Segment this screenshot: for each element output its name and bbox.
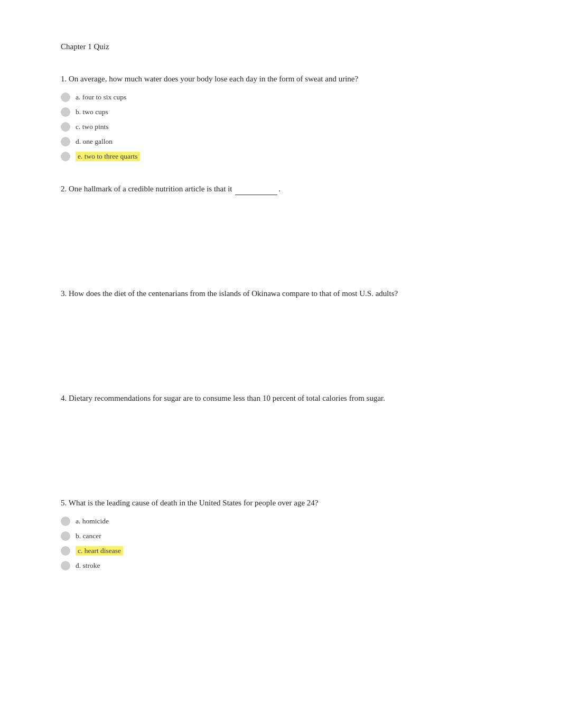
option-1b[interactable]: b. two cups xyxy=(61,107,500,117)
question-2-answer-space xyxy=(61,202,500,266)
radio-5d[interactable] xyxy=(61,561,70,570)
radio-1d[interactable] xyxy=(61,137,70,146)
question-3-text: 3. How does the diet of the centenarians… xyxy=(61,287,500,300)
option-5b[interactable]: b. cancer xyxy=(61,531,500,541)
option-label-1e: e. two to three quarts xyxy=(76,152,140,161)
question-1-text: 1. On average, how much water does your … xyxy=(61,72,500,85)
option-label-5d: d. stroke xyxy=(76,561,100,570)
question-1-options: a. four to six cups b. two cups c. two p… xyxy=(61,93,500,161)
question-4: 4. Dietary recommendations for sugar are… xyxy=(61,392,500,475)
option-5d[interactable]: d. stroke xyxy=(61,561,500,570)
blank-2 xyxy=(235,195,277,195)
question-5-text: 5. What is the leading cause of death in… xyxy=(61,496,500,509)
radio-5b[interactable] xyxy=(61,531,70,541)
option-label-1c: c. two pints xyxy=(76,123,109,131)
question-2-text: 2. One hallmark of a credible nutrition … xyxy=(61,182,500,195)
question-4-text: 4. Dietary recommendations for sugar are… xyxy=(61,392,500,404)
option-1c[interactable]: c. two pints xyxy=(61,122,500,132)
option-label-1a: a. four to six cups xyxy=(76,93,126,102)
questions-container: 1. On average, how much water does your … xyxy=(61,72,500,570)
radio-1b[interactable] xyxy=(61,107,70,117)
question-1: 1. On average, how much water does your … xyxy=(61,72,500,161)
option-label-5b: b. cancer xyxy=(76,532,101,540)
radio-5a[interactable] xyxy=(61,517,70,526)
question-2: 2. One hallmark of a credible nutrition … xyxy=(61,182,500,266)
radio-1a[interactable] xyxy=(61,93,70,102)
radio-1c[interactable] xyxy=(61,122,70,132)
option-label-5c: c. heart disease xyxy=(76,546,123,556)
option-5c[interactable]: c. heart disease xyxy=(61,546,500,556)
question-5: 5. What is the leading cause of death in… xyxy=(61,496,500,570)
option-1a[interactable]: a. four to six cups xyxy=(61,93,500,102)
question-3-answer-space xyxy=(61,307,500,371)
page-title: Chapter 1 Quiz xyxy=(61,42,500,51)
radio-1e[interactable] xyxy=(61,152,70,161)
question-4-answer-space xyxy=(61,412,500,475)
option-label-1d: d. one gallon xyxy=(76,137,113,146)
option-1d[interactable]: d. one gallon xyxy=(61,137,500,146)
option-5a[interactable]: a. homicide xyxy=(61,517,500,526)
option-label-1b: b. two cups xyxy=(76,108,108,116)
radio-5c[interactable] xyxy=(61,546,70,556)
option-label-5a: a. homicide xyxy=(76,517,109,526)
question-3: 3. How does the diet of the centenarians… xyxy=(61,287,500,371)
question-5-options: a. homicide b. cancer c. heart disease d… xyxy=(61,517,500,570)
option-1e[interactable]: e. two to three quarts xyxy=(61,152,500,161)
